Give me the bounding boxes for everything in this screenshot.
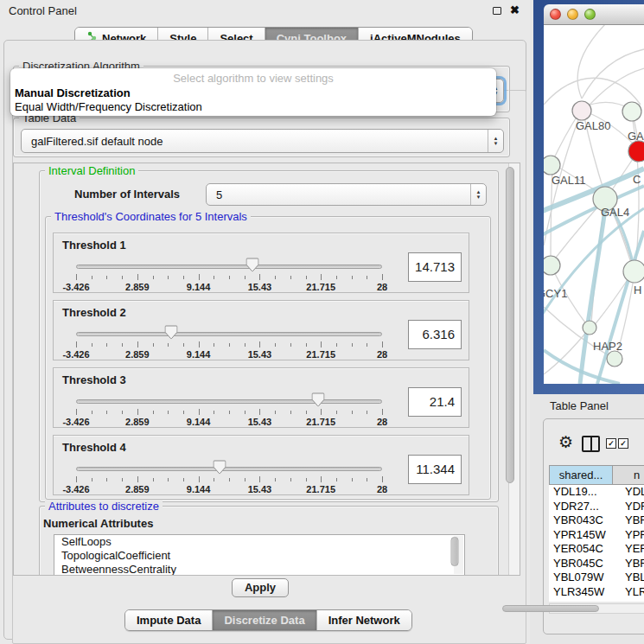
tab-impute-data[interactable]: Impute Data — [125, 610, 212, 630]
edge — [582, 49, 644, 99]
node-gal80[interactable] — [572, 101, 591, 120]
table-row[interactable]: YDL19...YDL1 — [549, 485, 644, 500]
checkbox-icon[interactable]: ✓ — [606, 438, 616, 449]
numerical-attributes-list[interactable]: SelfLoopsTopologicalCoefficientBetweenne… — [54, 534, 465, 576]
table-row[interactable]: YIL052CYIL0 — [549, 599, 644, 602]
slider-thumb[interactable] — [246, 258, 259, 275]
scale-label: 28 — [377, 349, 387, 360]
table-cell: YER0 — [613, 542, 644, 557]
close-traffic-light-icon[interactable] — [550, 9, 561, 20]
combo-stepper-icon[interactable]: ▲▼ — [488, 130, 503, 152]
gear-icon[interactable]: ⚙ — [558, 434, 573, 450]
node-label[interactable]: GAL4 — [601, 206, 629, 219]
node-label[interactable]: C — [633, 173, 641, 186]
threshold-value-field[interactable]: 14.713 — [408, 252, 462, 282]
threshold-value-field[interactable]: 11.344 — [408, 455, 462, 484]
node-hap2[interactable] — [583, 321, 596, 335]
scale-label: -3.426 — [62, 484, 89, 494]
node-gcy1[interactable] — [544, 256, 560, 275]
table-row[interactable]: YPR145WYPR1 — [549, 528, 644, 543]
attributes-scrollbar[interactable] — [454, 536, 463, 574]
settings-scrollpane: Interval Definition Number of Intervals … — [13, 163, 520, 576]
node-label[interactable]: H — [634, 284, 641, 296]
apply-button[interactable]: Apply — [232, 578, 289, 597]
tick-mark — [168, 343, 169, 347]
combo-stepper-icon[interactable]: ▲▼ — [470, 184, 486, 205]
minimize-traffic-light-icon[interactable] — [567, 9, 578, 20]
tab-infer-network[interactable]: Infer Network — [316, 610, 411, 630]
slider-track[interactable] — [76, 467, 382, 471]
number-of-intervals-combobox[interactable]: 5 ▲▼ — [206, 183, 487, 206]
column-header-name[interactable]: n — [613, 465, 644, 485]
algorithm-option-equal-width[interactable]: Equal Width/Frequency Discretization — [15, 100, 202, 113]
tick-mark — [183, 343, 184, 347]
tick-mark — [76, 341, 77, 348]
network-window-titlebar[interactable] — [544, 4, 644, 25]
slider-track[interactable] — [76, 332, 382, 336]
attribute-list-item[interactable]: BetweennessCentrality — [54, 563, 464, 576]
scrollbar-thumb[interactable] — [506, 167, 514, 483]
node-label[interactable]: GAL80 — [576, 119, 610, 132]
node-red[interactable] — [628, 141, 644, 162]
table-row[interactable]: YLR345WYLR3 — [549, 585, 644, 600]
slider-track[interactable] — [76, 265, 382, 269]
tick-mark — [259, 274, 260, 280]
slider-thumb[interactable] — [311, 392, 324, 410]
table-header-row: shared... n — [549, 465, 644, 485]
node-top-right[interactable] — [622, 102, 641, 121]
table-row[interactable]: YBR043CYBR0 — [549, 513, 644, 528]
table-row[interactable]: YBR045CYBR0 — [549, 557, 644, 571]
tab-discretize-data[interactable]: Discretize Data — [212, 610, 316, 630]
threshold-slider: -3.4262.8599.14415.4321.71528 — [76, 465, 382, 494]
tick-mark — [92, 343, 92, 347]
scrollbar-thumb[interactable] — [502, 605, 599, 612]
node-attribute-table[interactable]: shared... n YDL19...YDL1YDR27...YDR2YBR0… — [549, 465, 644, 602]
settings-vertical-scrollbar[interactable] — [508, 163, 520, 575]
interval-definition-group: Interval Definition Number of Intervals … — [39, 170, 499, 502]
numerical-attributes-label: Numerical Attributes — [43, 517, 153, 530]
checkbox-icon[interactable]: ✓ — [618, 438, 628, 449]
tick-mark — [229, 411, 230, 414]
node-label[interactable]: HAP2 — [593, 340, 622, 353]
algorithm-option-manual[interactable]: Manual Discretization — [15, 86, 131, 99]
slider-scale: -3.4262.8599.14415.4321.71528 — [76, 417, 382, 427]
node-gal11[interactable] — [544, 156, 560, 175]
attribute-list-item[interactable]: SelfLoops — [54, 535, 464, 549]
table-rows: YDL19...YDL1YDR27...YDR2YBR043CYBR0YPR14… — [549, 485, 644, 602]
scale-label: 2.859 — [125, 282, 150, 292]
table-horizontal-scrollbar[interactable] — [549, 603, 644, 614]
tick-mark — [153, 343, 154, 347]
slider-scale: -3.4262.8599.14415.4321.71528 — [76, 282, 382, 292]
close-icon[interactable]: ✖ — [510, 3, 520, 16]
split-table-icon[interactable] — [582, 436, 600, 452]
number-of-intervals-label: Number of Intervals — [74, 188, 180, 201]
node-label[interactable]: GCY1 — [544, 287, 567, 300]
tick-mark — [92, 411, 92, 414]
scrollbar-thumb[interactable] — [451, 537, 459, 566]
slider-thumb[interactable] — [214, 460, 226, 477]
node-h[interactable] — [623, 260, 644, 283]
table-row[interactable]: YBL079WYBL0 — [549, 571, 644, 585]
table-row[interactable]: YDR27...YDR2 — [549, 500, 644, 514]
slider-track[interactable] — [76, 399, 382, 404]
attribute-list-item[interactable]: TopologicalCoefficient — [54, 549, 464, 563]
tick-mark — [245, 276, 245, 279]
network-canvas[interactable]: GAL80GACGAL11GAL4GCY1HHAP2 — [544, 25, 644, 384]
float-icon[interactable] — [493, 7, 501, 15]
node-bottom[interactable] — [607, 351, 622, 367]
tick-mark — [245, 478, 245, 481]
zoom-traffic-light-icon[interactable] — [584, 9, 596, 20]
threshold-value-field[interactable]: 6.316 — [408, 320, 462, 349]
table-data-combobox[interactable]: galFiltered.sif default node ▲▼ — [21, 129, 504, 153]
scale-label: 21.715 — [306, 417, 335, 427]
node-label[interactable]: GA — [628, 130, 644, 143]
threshold-value-field[interactable]: 21.4 — [408, 387, 462, 417]
table-row[interactable]: YER054CYER0 — [549, 542, 644, 557]
tick-mark — [336, 478, 337, 481]
slider-thumb[interactable] — [164, 325, 177, 342]
table-data-value: galFiltered.sif default node — [22, 135, 488, 148]
scale-label: 21.715 — [306, 282, 335, 292]
node-label[interactable]: GAL11 — [552, 174, 586, 187]
column-header-shared[interactable]: shared... — [549, 465, 613, 485]
network-graph: GAL80GACGAL11GAL4GCY1HHAP2 — [544, 25, 644, 384]
